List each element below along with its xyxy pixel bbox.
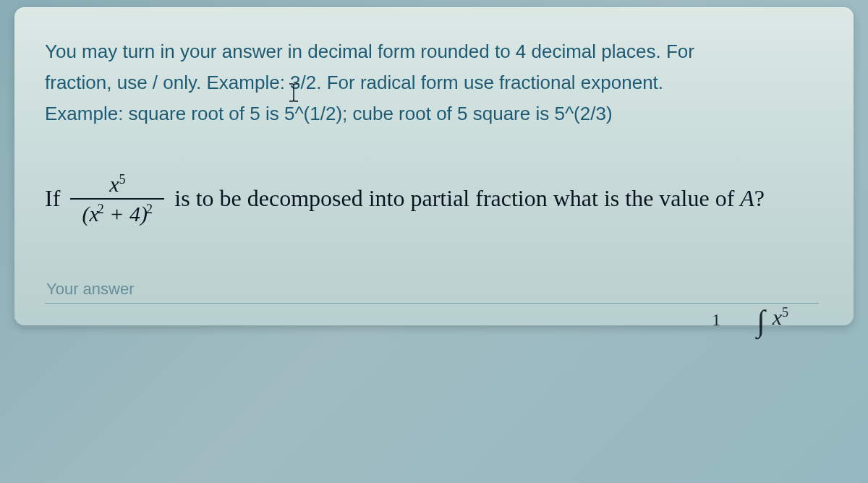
fraction-numerator: x5: [105, 173, 129, 197]
question-after: is to be decomposed into partial fractio…: [174, 185, 765, 212]
hint-integral: ∫ x5: [757, 305, 788, 330]
instructions-line2: fraction, use / only. Example: 3/2. For …: [45, 72, 663, 93]
question-if: If: [45, 185, 60, 212]
fraction-bar: [70, 198, 164, 200]
fraction-denominator: (x2 + 4)2: [82, 201, 153, 225]
instructions-line1: You may turn in your answer in decimal f…: [45, 40, 694, 62]
question-fraction: x5 (x2 + 4)2: [70, 173, 164, 225]
bottom-hint: 1 ∫ x5: [712, 305, 788, 330]
answer-input[interactable]: [45, 275, 819, 304]
question-row: If x5 (x2 + 4)2 is to be decomposed into…: [45, 173, 823, 225]
hint-one: 1: [712, 310, 720, 330]
instructions-line3: Example: square root of 5 is 5^(1/2); cu…: [45, 103, 613, 124]
question-card: You may turn in your answer in decimal f…: [14, 7, 854, 325]
instructions-text: You may turn in your answer in decimal f…: [45, 36, 823, 129]
